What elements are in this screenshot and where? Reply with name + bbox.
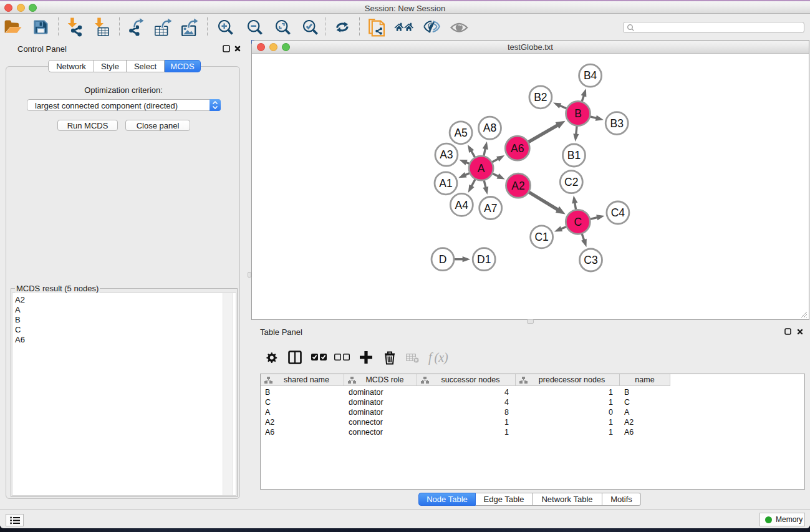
svg-text:A1: A1	[439, 177, 452, 190]
svg-text:B2: B2	[534, 91, 547, 104]
svg-text:A3: A3	[440, 148, 453, 161]
svg-text:B: B	[574, 107, 582, 120]
svg-text:C3: C3	[584, 254, 597, 266]
svg-text:A5: A5	[454, 127, 467, 139]
svg-text:B4: B4	[584, 69, 597, 82]
svg-text:C2: C2	[564, 176, 578, 188]
svg-text:A8: A8	[483, 122, 496, 134]
svg-text:B1: B1	[567, 149, 581, 162]
svg-text:C1: C1	[534, 231, 548, 243]
svg-text:D1: D1	[477, 253, 491, 266]
svg-text:A: A	[478, 162, 485, 175]
svg-text:A7: A7	[484, 202, 497, 215]
svg-text:A6: A6	[511, 142, 524, 155]
svg-text:B3: B3	[610, 117, 623, 130]
svg-text:C4: C4	[611, 206, 625, 219]
svg-text:A2: A2	[511, 180, 524, 192]
svg-text:C: C	[574, 216, 582, 228]
svg-text:A4: A4	[455, 199, 469, 211]
svg-text:D: D	[439, 253, 447, 266]
